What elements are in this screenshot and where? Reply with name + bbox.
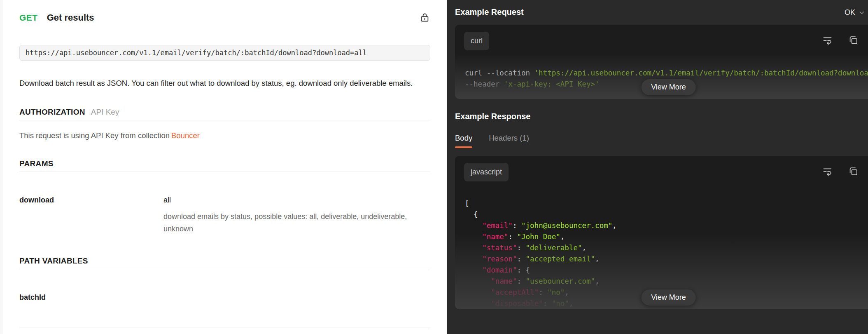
authorization-heading: AUTHORIZATION [19,108,85,117]
example-request-heading: Example Request [455,7,524,17]
params-heading: PARAMS [19,159,54,168]
request-header: GET Get results [19,12,430,23]
code-block-actions [822,166,859,177]
example-response-heading: Example Response [455,112,868,121]
view-more-button[interactable]: View More [641,289,696,306]
copy-icon[interactable] [848,166,859,177]
request-language-badge: curl [464,32,489,50]
http-method-badge: GET [19,13,38,23]
divider [19,172,430,172]
param-description: download emails by status, possible valu… [163,210,427,235]
response-tabs: Body Headers (1) [455,134,868,148]
code-line: { [465,209,868,220]
path-variables-section-header: PATH VARIABLES [19,256,430,266]
chevron-down-icon [858,9,866,16]
response-code-block: javascript [ { "email": "john@u [455,156,868,309]
authorization-type: API Key [91,108,119,117]
authorization-section-header: AUTHORIZATION API Key [19,108,430,117]
example-request-header: Example Request [455,7,868,17]
divider [19,327,430,327]
wrap-text-icon[interactable] [822,35,833,46]
path-variable-name: batchId [19,293,163,302]
lock-icon [419,12,430,23]
divider [19,269,430,269]
param-row: download all download emails by status, … [19,196,430,235]
divider [19,120,430,120]
path-variables-heading: PATH VARIABLES [19,256,88,266]
code-block-actions [822,35,859,46]
collection-link[interactable]: Bouncer [171,131,200,140]
doc-panel: GET Get results https://api.usebouncer.c… [3,0,447,334]
authorization-note-text: This request is using API Key from colle… [19,131,170,140]
sidebar-edge [0,0,3,334]
response-status-selector[interactable]: OK [845,8,866,17]
request-description: Download batch result as JSON. You can f… [19,78,430,89]
code-line: "domain": { [465,265,868,276]
response-language-badge: javascript [464,163,509,181]
wrap-text-icon[interactable] [822,166,833,177]
path-variable-row: batchId [19,293,430,302]
code-line: "name": "John Doe", [465,231,868,242]
code-line: [ [465,198,868,209]
code-line: "name": "usebouncer.com", [465,276,868,287]
response-status-label: OK [845,8,855,17]
tab-body[interactable]: Body [455,134,472,148]
request-url: https://api.usebouncer.com/v1.1/email/ve… [19,45,430,61]
view-more-button[interactable]: View More [641,79,696,95]
param-value: all [163,196,430,205]
request-title: Get results [47,12,94,23]
copy-icon[interactable] [848,35,859,46]
params-section-header: PARAMS [19,159,430,168]
authorization-note: This request is using API Key from colle… [19,131,430,140]
example-panel: Example Request OK curl [447,0,868,334]
code-line: curl --location 'https://api.usebouncer.… [465,68,868,79]
param-name: download [19,196,163,235]
code-line: "status": "deliverable", [465,242,868,254]
request-code-block: curl curl --location 'https://api.u [455,25,868,99]
tab-headers[interactable]: Headers (1) [489,134,529,148]
code-line: "reason": "accepted_email", [465,254,868,265]
api-docs-page: GET Get results https://api.usebouncer.c… [0,0,868,334]
code-line: "email": "john@usebouncer.com", [465,220,868,231]
